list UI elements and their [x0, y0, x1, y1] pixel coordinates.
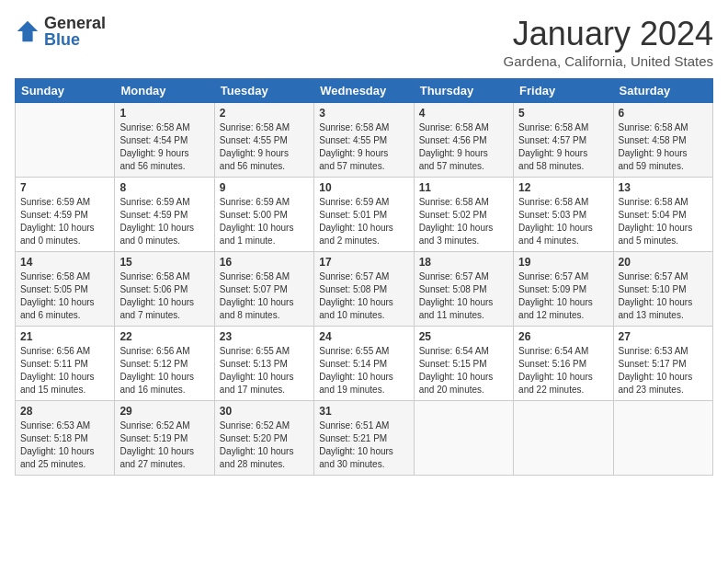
day-number: 2	[220, 107, 309, 120]
day-number: 28	[20, 405, 109, 418]
day-info: Sunrise: 6:59 AM Sunset: 5:01 PM Dayligh…	[319, 196, 408, 247]
day-info: Sunrise: 6:58 AM Sunset: 4:55 PM Dayligh…	[220, 121, 309, 173]
day-info: Sunrise: 6:51 AM Sunset: 5:21 PM Dayligh…	[319, 419, 408, 471]
calendar-cell	[414, 401, 513, 476]
day-number: 1	[119, 107, 209, 120]
day-number: 8	[119, 181, 209, 194]
day-info: Sunrise: 6:53 AM Sunset: 5:18 PM Dayligh…	[20, 419, 109, 471]
day-info: Sunrise: 6:59 AM Sunset: 4:59 PM Dayligh…	[119, 196, 209, 247]
day-number: 22	[119, 330, 209, 343]
calendar-header-row: SundayMondayTuesdayWednesdayThursdayFrid…	[16, 79, 713, 103]
title-block: January 2024 Gardena, California, United…	[504, 15, 713, 69]
day-info: Sunrise: 6:56 AM Sunset: 5:11 PM Dayligh…	[20, 345, 109, 396]
column-header-saturday: Saturday	[613, 79, 712, 103]
day-info: Sunrise: 6:58 AM Sunset: 4:54 PM Dayligh…	[119, 121, 209, 173]
day-info: Sunrise: 6:58 AM Sunset: 5:03 PM Dayligh…	[518, 196, 608, 247]
day-number: 12	[518, 181, 608, 194]
month-year-title: January 2024	[504, 15, 713, 53]
calendar-cell: 12Sunrise: 6:58 AM Sunset: 5:03 PM Dayli…	[514, 178, 613, 252]
day-info: Sunrise: 6:58 AM Sunset: 5:04 PM Dayligh…	[619, 196, 708, 247]
day-info: Sunrise: 6:58 AM Sunset: 4:58 PM Dayligh…	[619, 121, 708, 173]
day-info: Sunrise: 6:57 AM Sunset: 5:08 PM Dayligh…	[419, 270, 508, 322]
calendar-cell: 3Sunrise: 6:58 AM Sunset: 4:55 PM Daylig…	[314, 103, 414, 178]
day-info: Sunrise: 6:54 AM Sunset: 5:16 PM Dayligh…	[518, 345, 608, 396]
column-header-friday: Friday	[514, 79, 613, 103]
calendar-cell	[613, 401, 712, 476]
day-number: 14	[20, 256, 109, 269]
day-number: 20	[619, 256, 708, 269]
calendar-cell: 21Sunrise: 6:56 AM Sunset: 5:11 PM Dayli…	[16, 327, 115, 401]
calendar-cell: 15Sunrise: 6:58 AM Sunset: 5:06 PM Dayli…	[115, 252, 214, 327]
day-number: 4	[419, 107, 508, 120]
day-number: 24	[319, 330, 408, 343]
day-number: 17	[319, 256, 408, 269]
day-number: 9	[220, 181, 309, 194]
calendar-cell: 17Sunrise: 6:57 AM Sunset: 5:08 PM Dayli…	[314, 252, 414, 327]
day-info: Sunrise: 6:55 AM Sunset: 5:14 PM Dayligh…	[319, 345, 408, 396]
calendar-cell: 1Sunrise: 6:58 AM Sunset: 4:54 PM Daylig…	[115, 103, 214, 178]
day-number: 27	[619, 330, 708, 343]
logo-general-text: General	[44, 15, 106, 31]
calendar-cell: 25Sunrise: 6:54 AM Sunset: 5:15 PM Dayli…	[414, 327, 513, 401]
column-header-thursday: Thursday	[414, 79, 513, 103]
day-info: Sunrise: 6:55 AM Sunset: 5:13 PM Dayligh…	[220, 345, 309, 396]
day-info: Sunrise: 6:58 AM Sunset: 4:55 PM Dayligh…	[319, 121, 408, 173]
calendar-cell: 19Sunrise: 6:57 AM Sunset: 5:09 PM Dayli…	[514, 252, 613, 327]
logo-blue-text: Blue	[44, 31, 106, 48]
calendar-cell: 24Sunrise: 6:55 AM Sunset: 5:14 PM Dayli…	[314, 327, 414, 401]
calendar-cell: 2Sunrise: 6:58 AM Sunset: 4:55 PM Daylig…	[214, 103, 313, 178]
calendar-week-row: 7Sunrise: 6:59 AM Sunset: 4:59 PM Daylig…	[16, 178, 713, 252]
calendar-week-row: 28Sunrise: 6:53 AM Sunset: 5:18 PM Dayli…	[16, 401, 713, 476]
logo: General Blue	[15, 15, 106, 48]
calendar-cell: 20Sunrise: 6:57 AM Sunset: 5:10 PM Dayli…	[613, 252, 712, 327]
day-info: Sunrise: 6:58 AM Sunset: 5:06 PM Dayligh…	[119, 270, 209, 322]
column-header-wednesday: Wednesday	[314, 79, 414, 103]
day-info: Sunrise: 6:54 AM Sunset: 5:15 PM Dayligh…	[419, 345, 508, 396]
day-number: 16	[220, 256, 309, 269]
calendar-cell: 31Sunrise: 6:51 AM Sunset: 5:21 PM Dayli…	[314, 401, 414, 476]
calendar-cell: 30Sunrise: 6:52 AM Sunset: 5:20 PM Dayli…	[214, 401, 313, 476]
calendar-cell: 9Sunrise: 6:59 AM Sunset: 5:00 PM Daylig…	[214, 178, 313, 252]
logo-icon	[15, 18, 40, 44]
day-info: Sunrise: 6:56 AM Sunset: 5:12 PM Dayligh…	[119, 345, 209, 396]
calendar-cell: 16Sunrise: 6:58 AM Sunset: 5:07 PM Dayli…	[214, 252, 313, 327]
calendar-cell: 13Sunrise: 6:58 AM Sunset: 5:04 PM Dayli…	[613, 178, 712, 252]
day-info: Sunrise: 6:59 AM Sunset: 5:00 PM Dayligh…	[220, 196, 309, 247]
calendar-cell: 6Sunrise: 6:58 AM Sunset: 4:58 PM Daylig…	[613, 103, 712, 178]
calendar-cell: 23Sunrise: 6:55 AM Sunset: 5:13 PM Dayli…	[214, 327, 313, 401]
day-info: Sunrise: 6:59 AM Sunset: 4:59 PM Dayligh…	[20, 196, 109, 247]
svg-marker-0	[17, 21, 38, 41]
day-number: 11	[419, 181, 508, 194]
calendar-cell: 8Sunrise: 6:59 AM Sunset: 4:59 PM Daylig…	[115, 178, 214, 252]
day-number: 26	[518, 330, 608, 343]
calendar-table: SundayMondayTuesdayWednesdayThursdayFrid…	[15, 78, 713, 476]
day-info: Sunrise: 6:57 AM Sunset: 5:10 PM Dayligh…	[619, 270, 708, 322]
day-number: 13	[619, 181, 708, 194]
day-info: Sunrise: 6:58 AM Sunset: 4:56 PM Dayligh…	[419, 121, 508, 173]
day-info: Sunrise: 6:57 AM Sunset: 5:08 PM Dayligh…	[319, 270, 408, 322]
column-header-sunday: Sunday	[16, 79, 115, 103]
day-number: 5	[518, 107, 608, 120]
calendar-cell: 28Sunrise: 6:53 AM Sunset: 5:18 PM Dayli…	[16, 401, 115, 476]
location-subtitle: Gardena, California, United States	[504, 53, 713, 69]
column-header-tuesday: Tuesday	[214, 79, 313, 103]
calendar-cell: 22Sunrise: 6:56 AM Sunset: 5:12 PM Dayli…	[115, 327, 214, 401]
calendar-cell: 7Sunrise: 6:59 AM Sunset: 4:59 PM Daylig…	[16, 178, 115, 252]
day-number: 18	[419, 256, 508, 269]
day-number: 19	[518, 256, 608, 269]
calendar-week-row: 14Sunrise: 6:58 AM Sunset: 5:05 PM Dayli…	[16, 252, 713, 327]
day-info: Sunrise: 6:52 AM Sunset: 5:20 PM Dayligh…	[220, 419, 309, 471]
day-number: 10	[319, 181, 408, 194]
calendar-week-row: 1Sunrise: 6:58 AM Sunset: 4:54 PM Daylig…	[16, 103, 713, 178]
calendar-cell: 27Sunrise: 6:53 AM Sunset: 5:17 PM Dayli…	[613, 327, 712, 401]
calendar-cell: 29Sunrise: 6:52 AM Sunset: 5:19 PM Dayli…	[115, 401, 214, 476]
day-number: 29	[119, 405, 209, 418]
day-info: Sunrise: 6:58 AM Sunset: 5:05 PM Dayligh…	[20, 270, 109, 322]
day-number: 15	[119, 256, 209, 269]
calendar-cell: 18Sunrise: 6:57 AM Sunset: 5:08 PM Dayli…	[414, 252, 513, 327]
calendar-cell: 5Sunrise: 6:58 AM Sunset: 4:57 PM Daylig…	[514, 103, 613, 178]
page-header: General Blue January 2024 Gardena, Calif…	[15, 15, 713, 69]
day-info: Sunrise: 6:52 AM Sunset: 5:19 PM Dayligh…	[119, 419, 209, 471]
day-info: Sunrise: 6:58 AM Sunset: 5:07 PM Dayligh…	[220, 270, 309, 322]
calendar-cell: 4Sunrise: 6:58 AM Sunset: 4:56 PM Daylig…	[414, 103, 513, 178]
